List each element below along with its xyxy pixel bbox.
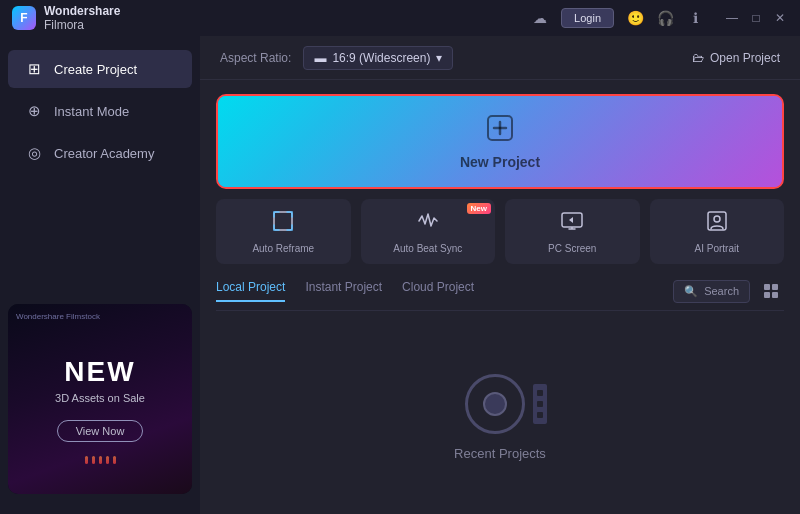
new-project-label: New Project [460,154,540,170]
aspect-ratio-chevron: ▾ [436,51,442,65]
search-icon: 🔍 [684,285,698,298]
svg-rect-3 [274,212,292,230]
spark-5 [113,456,116,464]
film-icon [465,374,535,434]
cloud-icon[interactable]: ☁ [531,9,549,27]
project-section: Local Project Instant Project Cloud Proj… [200,278,800,514]
ad-content: Wondershare Filmstock NEW 3D Assets on S… [8,304,192,494]
smiley-icon[interactable]: 🙂 [626,9,644,27]
sidebar: ⊞ Create Project ⊕ Instant Mode ◎ Creato… [0,36,200,514]
new-project-icon [486,114,514,148]
ad-logo: Wondershare Filmstock [16,312,100,321]
auto-beat-sync-label: Auto Beat Sync [393,243,462,254]
aspect-ratio-select[interactable]: ▬ 16:9 (Widescreen) ▾ [303,46,453,70]
feature-tiles: Auto Reframe New Auto Beat Sync [200,199,800,264]
app-brand: Wondershare [44,4,120,18]
tab-cloud-project[interactable]: Cloud Project [402,280,474,302]
auto-reframe-label: Auto Reframe [252,243,314,254]
info-icon[interactable]: ℹ [686,9,704,27]
sidebar-item-create-project[interactable]: ⊞ Create Project [8,50,192,88]
spark-4 [106,456,109,464]
recent-projects-empty: Recent Projects [216,321,784,514]
pc-screen-icon [560,209,584,238]
ad-view-now-button[interactable]: View Now [57,420,144,442]
sidebar-item-label-create: Create Project [54,62,137,77]
ad-sparks [8,456,192,464]
auto-beat-sync-icon [416,209,440,238]
create-project-icon: ⊞ [24,60,44,78]
title-bar-right: ☁ Login 🙂 🎧 ℹ — □ ✕ [531,8,788,28]
open-project-label: Open Project [710,51,780,65]
svg-point-8 [714,216,720,222]
film-reel [465,374,525,434]
film-hole-1 [537,390,543,396]
sidebar-ad: Wondershare Filmstock NEW 3D Assets on S… [8,304,192,494]
search-placeholder: Search [704,285,739,297]
open-project-icon: 🗁 [692,51,704,65]
app-name: Filmora [44,18,84,32]
svg-rect-7 [708,212,726,230]
app-logo-icon: F [12,6,36,30]
instant-mode-icon: ⊕ [24,102,44,120]
toolbar: Aspect Ratio: ▬ 16:9 (Widescreen) ▾ 🗁 Op… [200,36,800,80]
feature-tile-auto-reframe[interactable]: Auto Reframe [216,199,351,264]
sidebar-item-label-instant: Instant Mode [54,104,129,119]
title-bar-left: F Wondershare Filmora [12,4,120,33]
content-area: Aspect Ratio: ▬ 16:9 (Widescreen) ▾ 🗁 Op… [200,36,800,514]
auto-reframe-icon [271,209,295,238]
project-tabs: Local Project Instant Project Cloud Proj… [216,280,673,302]
svg-rect-9 [764,284,770,290]
feature-tile-pc-screen[interactable]: PC Screen [505,199,640,264]
new-project-content: New Project [460,114,540,170]
ad-subtitle: 3D Assets on Sale [55,392,145,404]
project-tabs-row: Local Project Instant Project Cloud Proj… [216,278,784,311]
sidebar-item-creator-academy[interactable]: ◎ Creator Academy [8,134,192,172]
auto-beat-new-badge: New [467,203,491,214]
ad-headline: NEW [64,356,135,388]
creator-academy-icon: ◎ [24,144,44,162]
aspect-ratio-value: 16:9 (Widescreen) [332,51,430,65]
project-search[interactable]: 🔍 Search [673,280,750,303]
aspect-ratio-icon: ▬ [314,51,326,65]
sidebar-item-label-academy: Creator Academy [54,146,154,161]
spark-3 [99,456,102,464]
aspect-ratio-label: Aspect Ratio: [220,51,291,65]
ai-portrait-label: AI Portrait [695,243,739,254]
headphone-icon[interactable]: 🎧 [656,9,674,27]
title-bar: F Wondershare Filmora ☁ Login 🙂 🎧 ℹ — □ … [0,0,800,36]
main-layout: ⊞ Create Project ⊕ Instant Mode ◎ Creato… [0,36,800,514]
spark-2 [92,456,95,464]
minimize-button[interactable]: — [724,10,740,26]
feature-tile-auto-beat-sync[interactable]: New Auto Beat Sync [361,199,496,264]
svg-rect-11 [764,292,770,298]
close-button[interactable]: ✕ [772,10,788,26]
film-hole-3 [537,412,543,418]
maximize-button[interactable]: □ [748,10,764,26]
sidebar-item-instant-mode[interactable]: ⊕ Instant Mode [8,92,192,130]
film-strip [533,384,547,424]
window-controls: — □ ✕ [724,10,788,26]
tab-instant-project[interactable]: Instant Project [305,280,382,302]
film-hole-2 [537,401,543,407]
recent-projects-label: Recent Projects [454,446,546,461]
pc-screen-label: PC Screen [548,243,596,254]
svg-rect-12 [772,292,778,298]
svg-rect-10 [772,284,778,290]
feature-tile-ai-portrait[interactable]: AI Portrait [650,199,785,264]
new-project-banner[interactable]: New Project [216,94,784,189]
tab-local-project[interactable]: Local Project [216,280,285,302]
ai-portrait-icon [705,209,729,238]
open-project-button[interactable]: 🗁 Open Project [692,51,780,65]
login-button[interactable]: Login [561,8,614,28]
app-title: Wondershare Filmora [44,4,120,33]
grid-view-button[interactable] [758,278,784,304]
spark-1 [85,456,88,464]
